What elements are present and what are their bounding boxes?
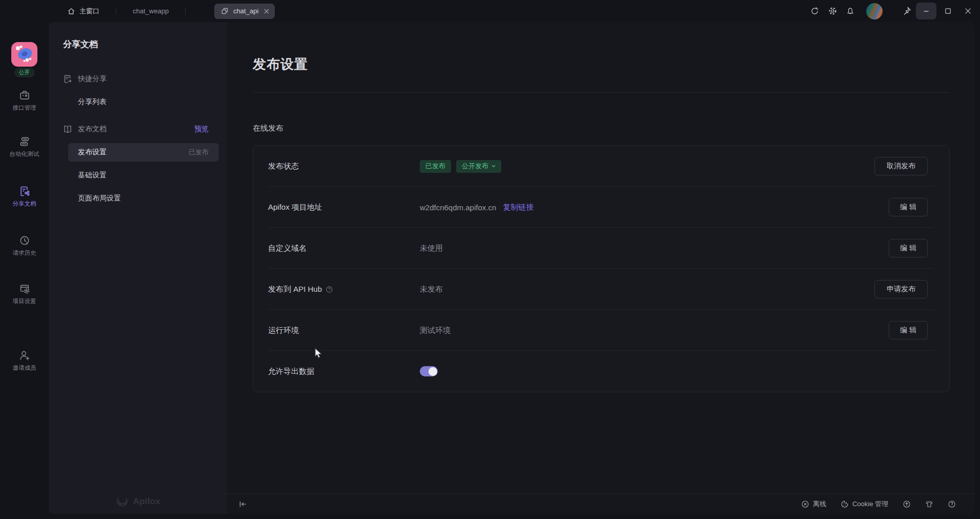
pin-icon[interactable] [902, 7, 911, 16]
window-controls [810, 0, 972, 22]
tab-close-icon[interactable] [264, 9, 269, 14]
menu-label: 发布文档 [78, 125, 107, 134]
main-area: 发布设置 在线发布 发布状态 已发布 公开发布 取消发布 [227, 22, 975, 514]
rail-item-invite-members[interactable]: 邀请成员 [13, 349, 36, 372]
row-label: 运行环境 [268, 326, 420, 335]
offline-indicator[interactable]: 离线 [801, 500, 826, 509]
edit-domain-button[interactable]: 编 辑 [889, 239, 928, 257]
menu-share-list[interactable]: 分享列表 [68, 90, 219, 113]
menu-publish-settings-selected[interactable]: 发布设置 已发布 [68, 143, 219, 162]
row-label: 自定义域名 [268, 244, 420, 253]
offline-label: 离线 [813, 500, 826, 509]
home-icon [67, 7, 76, 16]
rail-item-automated-testing[interactable]: 自动化测试 [10, 135, 39, 158]
close-button[interactable] [963, 7, 972, 16]
tab-chat-api-label: chat_api [233, 7, 258, 15]
bell-icon[interactable] [846, 7, 855, 16]
rail-item-label: 邀请成员 [13, 364, 36, 372]
menu-publish-docs[interactable]: 发布文档 预览 [49, 117, 227, 141]
rail-item-request-history[interactable]: 请求历史 [13, 234, 36, 257]
api-hub-status: 未发布 [420, 285, 443, 294]
share-docs-sidebar: 分享文档 快捷分享 分享列表 [49, 22, 227, 514]
rail-item-project-settings[interactable]: 项目设置 [13, 283, 36, 305]
rail-item-label: 项目设置 [13, 297, 36, 305]
row-custom-domain: 自定义域名 未使用 编 辑 [253, 228, 949, 269]
apifox-footer-logo: Apifox [49, 495, 227, 508]
row-label: 发布到 API Hub [268, 285, 322, 294]
share-doc-icon [18, 185, 31, 197]
dropdown-label: 公开发布 [462, 162, 488, 171]
edit-url-button[interactable]: 编 辑 [889, 198, 928, 216]
home-window-tab[interactable]: 主窗口 [67, 7, 99, 16]
user-avatar[interactable] [866, 3, 883, 19]
menu-quick-share[interactable]: 快捷分享 [49, 67, 227, 90]
mouse-cursor [314, 348, 324, 359]
cookie-icon [841, 500, 849, 508]
menu-label: 发布设置 [78, 148, 107, 157]
rail-item-label: 请求历史 [13, 249, 36, 257]
allow-export-toggle[interactable] [420, 366, 438, 376]
collapse-sidebar-icon[interactable] [239, 500, 247, 508]
rail-item-api-management[interactable]: 接口管理 [13, 89, 36, 112]
maximize-button[interactable] [943, 7, 952, 16]
online-publish-card: 发布状态 已发布 公开发布 取消发布 Apifox 项目地址 [253, 145, 950, 392]
menu-label: 快捷分享 [78, 74, 107, 84]
person-plus-icon [18, 349, 31, 362]
row-allow-export: 允许导出数据 [253, 351, 949, 392]
cookie-manager[interactable]: Cookie 管理 [841, 500, 888, 509]
rail-item-share-docs[interactable]: 分享文档 [13, 185, 36, 208]
edit-environment-button[interactable]: 编 辑 [889, 321, 928, 340]
apifox-logo-text: Apifox [133, 496, 160, 507]
project-settings-icon [18, 283, 31, 295]
cookie-label: Cookie 管理 [852, 500, 888, 509]
minimize-button[interactable] [916, 3, 936, 19]
apifox-logo-icon [116, 495, 129, 508]
test-stack-icon [18, 135, 31, 148]
rail-item-label: 分享文档 [13, 200, 36, 208]
left-rail: 公开 接口管理 自动化测试 [0, 22, 49, 519]
toggle-knob [428, 367, 437, 376]
toolbox-icon [18, 89, 31, 102]
help-circle-icon[interactable] [325, 286, 333, 293]
published-status-badge: 已发布 [189, 148, 209, 157]
menu-page-layout-settings[interactable]: 页面布局设置 [68, 187, 219, 210]
project-url: w2dfcn6qdm.apifox.cn [420, 203, 496, 212]
environment-value: 测试环境 [420, 326, 451, 335]
help-icon[interactable] [948, 500, 956, 508]
unpublish-button[interactable]: 取消发布 [874, 157, 928, 175]
menu-label: 基础设置 [78, 171, 107, 180]
sidebar-menu: 快捷分享 分享列表 发布文档 预览 发布设置 [49, 67, 227, 210]
row-environment: 运行环境 测试环境 编 辑 [253, 310, 949, 351]
theme-shirt-icon[interactable] [925, 500, 933, 508]
status-published-badge: 已发布 [420, 160, 451, 173]
apply-publish-button[interactable]: 申请发布 [874, 280, 928, 298]
page-title: 发布设置 [253, 55, 950, 73]
row-label: 发布状态 [268, 162, 420, 171]
row-label: Apifox 项目地址 [268, 203, 420, 212]
custom-domain-value: 未使用 [420, 244, 443, 253]
gear-icon[interactable] [828, 7, 837, 16]
app-panel: 分享文档 快捷分享 分享列表 [49, 22, 975, 514]
menu-label: 分享列表 [78, 97, 107, 107]
quick-share-icon [63, 74, 72, 84]
header-divider [253, 92, 950, 93]
rail-item-label: 接口管理 [13, 104, 36, 112]
tab-separator [116, 7, 116, 15]
chevron-down-icon [492, 165, 496, 168]
shared-project-icon [220, 7, 229, 16]
copy-link[interactable]: 复制链接 [503, 203, 534, 212]
history-clock-icon [18, 234, 31, 247]
public-publish-dropdown[interactable]: 公开发布 [456, 160, 501, 173]
update-upload-icon[interactable] [903, 500, 911, 508]
offline-icon [801, 500, 809, 508]
menu-basic-settings[interactable]: 基础设置 [68, 164, 219, 187]
tab-separator [185, 7, 186, 15]
preview-link[interactable]: 预览 [194, 125, 209, 134]
row-label: 允许导出数据 [268, 367, 420, 376]
tab-strip: 主窗口 chat_weapp chat_api [67, 4, 275, 19]
sync-icon[interactable] [810, 7, 819, 16]
status-bar: 离线 Cookie 管理 [227, 493, 975, 514]
project-logo[interactable] [11, 42, 37, 67]
tab-chat-weapp[interactable]: chat_weapp [133, 7, 169, 15]
tab-chat-api-active[interactable]: chat_api [214, 4, 275, 19]
